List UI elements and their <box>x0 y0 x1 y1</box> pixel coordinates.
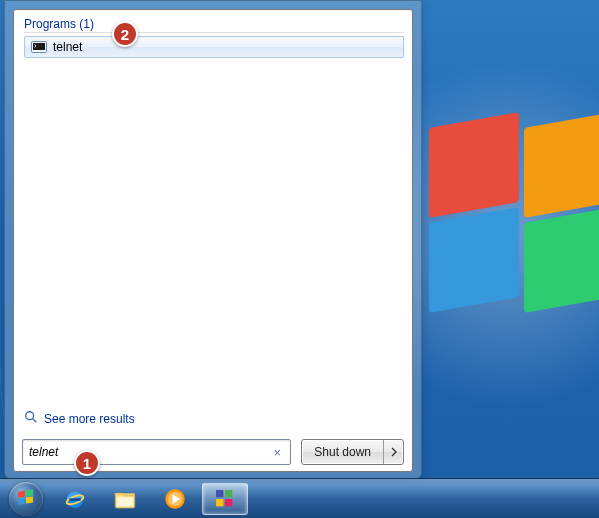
taskbar-item-explorer[interactable] <box>102 483 148 515</box>
svg-rect-7 <box>26 496 33 503</box>
search-box[interactable]: × <box>22 439 291 465</box>
svg-line-3 <box>33 419 37 423</box>
ie-icon <box>62 486 88 512</box>
svg-rect-18 <box>225 499 232 506</box>
search-input[interactable] <box>29 445 268 459</box>
svg-rect-11 <box>117 497 133 506</box>
shutdown-options-split-button[interactable] <box>383 440 403 464</box>
windows-flag-icon <box>16 489 36 509</box>
start-menu-inner: Programs (1) telnet See mor <box>13 9 413 472</box>
start-button[interactable] <box>4 479 48 519</box>
file-explorer-icon <box>112 486 138 512</box>
search-result-telnet[interactable]: telnet <box>24 36 404 58</box>
shutdown-button-group: Shut down <box>301 439 404 465</box>
shutdown-button[interactable]: Shut down <box>302 440 383 464</box>
annotation-badge-2: 2 <box>112 21 138 47</box>
svg-rect-10 <box>69 498 80 500</box>
svg-point-2 <box>26 412 34 420</box>
annotation-badge-1: 1 <box>74 450 100 476</box>
taskbar <box>0 478 599 518</box>
svg-rect-6 <box>18 497 25 504</box>
start-menu-panel: Programs (1) telnet See mor <box>4 0 422 479</box>
taskbar-item-ie[interactable] <box>52 483 98 515</box>
svg-rect-12 <box>115 493 135 495</box>
console-app-icon <box>31 39 47 55</box>
taskbar-item-wmp[interactable] <box>152 483 198 515</box>
svg-rect-17 <box>216 499 223 506</box>
search-result-label: telnet <box>53 40 82 54</box>
media-player-icon <box>162 486 188 512</box>
clear-search-icon[interactable]: × <box>268 445 286 460</box>
chevron-right-icon <box>390 447 398 457</box>
search-icon <box>24 410 38 427</box>
taskbar-item-vs[interactable] <box>202 483 248 515</box>
svg-rect-4 <box>18 490 25 497</box>
search-results-area: Programs (1) telnet <box>14 10 412 406</box>
svg-rect-5 <box>26 489 33 496</box>
results-category-header: Programs (1) <box>24 14 404 33</box>
visual-studio-icon <box>212 486 238 512</box>
svg-rect-15 <box>216 490 223 497</box>
svg-rect-16 <box>225 490 232 497</box>
see-more-results-label: See more results <box>44 412 135 426</box>
see-more-results-link[interactable]: See more results <box>14 406 412 431</box>
